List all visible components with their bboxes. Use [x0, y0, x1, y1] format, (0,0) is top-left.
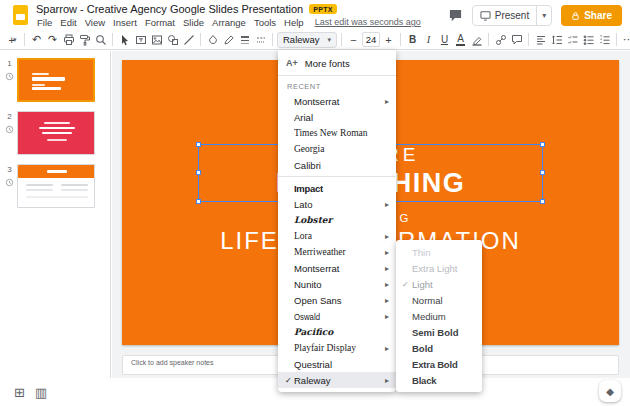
font-size-input[interactable]: 24 [362, 32, 380, 47]
weight-item-extra-light[interactable]: Extra Light [396, 260, 482, 276]
font-item-calibri[interactable]: Calibri [278, 157, 396, 173]
new-slide-button[interactable]: +▾ [5, 32, 20, 48]
font-family-select[interactable]: Raleway ▾ [277, 32, 337, 48]
font-item-merriweather[interactable]: Merriweather▸ [278, 244, 396, 260]
decrease-font-size-button[interactable]: − [346, 32, 361, 48]
menu-bar: File Edit View Insert Format Slide Arran… [33, 17, 421, 28]
selection-handle[interactable] [196, 142, 201, 147]
selection-handle[interactable] [540, 170, 545, 175]
font-item-arial[interactable]: Arial [278, 109, 396, 125]
comment-history-button[interactable] [448, 8, 463, 23]
selection-handle[interactable] [540, 199, 545, 204]
insert-link-button[interactable] [493, 32, 508, 48]
document-title[interactable]: Sparrow - Creative Agency Google Slides … [36, 3, 303, 15]
font-item-raleway[interactable]: ✓Raleway▸ [278, 372, 396, 388]
select-tool-button[interactable] [117, 32, 132, 48]
font-item-impact[interactable]: Impact [278, 180, 396, 196]
increase-font-size-button[interactable]: + [381, 32, 396, 48]
font-item-times-new-roman[interactable]: Times New Roman [278, 125, 396, 141]
menu-insert[interactable]: Insert [109, 17, 141, 28]
menu-help[interactable]: Help [280, 17, 308, 28]
align-button[interactable] [533, 32, 548, 48]
insert-shape-button[interactable] [165, 32, 180, 48]
explore-icon: ◆ [606, 386, 614, 397]
slide-2-thumbnail[interactable] [17, 111, 95, 155]
share-button[interactable]: Share [561, 5, 622, 26]
comment-history-icon [448, 8, 463, 23]
present-button[interactable]: Present ▾ [472, 5, 552, 26]
menu-tools[interactable]: Tools [250, 17, 280, 28]
zoom-button[interactable] [93, 32, 108, 48]
text-color-button[interactable]: A [453, 32, 468, 48]
menu-slide[interactable]: Slide [179, 17, 208, 28]
pencil-icon [223, 34, 235, 46]
line-icon [183, 34, 195, 46]
weight-item-semi-bold[interactable]: Semi Bold [396, 324, 482, 340]
font-item-lobster[interactable]: Lobster [278, 212, 396, 228]
line-spacing-button[interactable] [549, 32, 564, 48]
font-item-playfair-display[interactable]: Playfair Display▸ [278, 340, 396, 356]
font-item-lato[interactable]: Lato▸ [278, 196, 396, 212]
font-item-georgia[interactable]: Georgia [278, 141, 396, 157]
weight-item-bold[interactable]: Bold [396, 340, 482, 356]
weight-item-black[interactable]: Black [396, 372, 482, 388]
font-item-montserrat-recent[interactable]: Montserrat▸ [278, 93, 396, 109]
border-dash-button[interactable] [253, 32, 268, 48]
border-weight-button[interactable] [237, 32, 252, 48]
menu-view[interactable]: View [81, 17, 109, 28]
selection-handle[interactable] [540, 142, 545, 147]
more-options-button[interactable]: ⋯ [621, 32, 630, 48]
text-box-button[interactable] [133, 32, 148, 48]
thumb-text-bar [39, 127, 75, 129]
slide-3-thumbnail[interactable] [17, 164, 95, 208]
weight-item-normal[interactable]: Normal [396, 292, 482, 308]
filmstrip-view-button[interactable]: ▥ [35, 385, 47, 400]
font-item-oswald[interactable]: Oswald▸ [278, 308, 396, 324]
fill-color-button[interactable] [205, 32, 220, 48]
thumb-text-bar [61, 189, 88, 191]
font-item-pacifico[interactable]: Pacifico [278, 324, 396, 340]
numbered-list-button[interactable] [597, 32, 612, 48]
highlight-color-button[interactable] [469, 32, 484, 48]
more-fonts-item[interactable]: A+ More fonts [278, 54, 396, 72]
print-button[interactable] [61, 32, 76, 48]
insert-image-button[interactable] [149, 32, 164, 48]
cursor-icon [119, 34, 131, 46]
weight-item-extra-bold[interactable]: Extra Bold [396, 356, 482, 372]
italic-button[interactable]: I [421, 32, 436, 48]
font-item-lora[interactable]: Lora▸ [278, 228, 396, 244]
bulleted-list-button[interactable] [581, 32, 596, 48]
explore-button[interactable]: ◆ [599, 380, 621, 402]
redo-button[interactable]: ↷ [45, 32, 60, 48]
paint-format-button[interactable] [77, 32, 92, 48]
font-item-montserrat[interactable]: Montserrat▸ [278, 260, 396, 276]
menu-arrange[interactable]: Arrange [208, 17, 250, 28]
selection-handle[interactable] [196, 170, 201, 175]
grid-view-button[interactable]: ⊞ [14, 385, 25, 400]
checklist-button[interactable] [565, 32, 580, 48]
present-dropdown[interactable]: ▾ [536, 6, 551, 25]
font-item-nunito[interactable]: Nunito▸ [278, 276, 396, 292]
weight-item-light[interactable]: ✓Light [396, 276, 482, 292]
recent-heading: RECENT [278, 79, 396, 93]
share-label: Share [584, 10, 612, 21]
insert-line-button[interactable] [181, 32, 196, 48]
border-color-button[interactable] [221, 32, 236, 48]
bold-button[interactable]: B [405, 32, 420, 48]
menu-format[interactable]: Format [141, 17, 179, 28]
minus-icon: − [350, 34, 356, 46]
font-item-questrial[interactable]: Questrial [278, 356, 396, 372]
last-edit-link[interactable]: Last edit was seconds ago [315, 17, 421, 27]
font-item-open-sans[interactable]: Open Sans▸ [278, 292, 396, 308]
weight-item-thin[interactable]: Thin [396, 244, 482, 260]
slide-1-thumbnail[interactable] [17, 58, 95, 102]
menu-edit[interactable]: Edit [56, 17, 80, 28]
menu-file[interactable]: File [33, 17, 56, 28]
add-comment-button[interactable] [509, 32, 524, 48]
selection-handle[interactable] [196, 199, 201, 204]
undo-button[interactable]: ↶ [29, 32, 44, 48]
slides-app-icon[interactable] [13, 5, 28, 25]
weight-item-medium[interactable]: Medium [396, 308, 482, 324]
underline-button[interactable]: U [437, 32, 452, 48]
present-button-main[interactable]: Present [473, 10, 536, 21]
